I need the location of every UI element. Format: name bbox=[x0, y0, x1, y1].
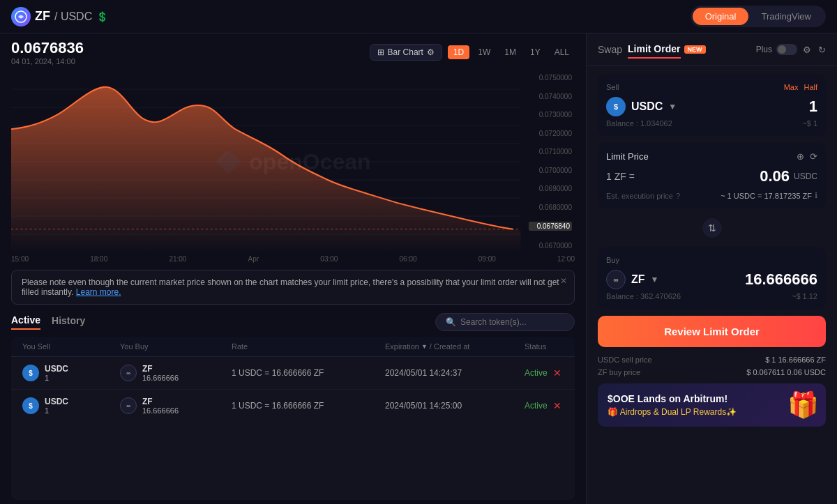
tab-tradingview[interactable]: TradingView bbox=[748, 8, 824, 25]
sell-usd-value: ~$ 1 bbox=[802, 119, 817, 128]
expiry-2: 2024/05/01 14:25:00 bbox=[385, 401, 525, 411]
status-badge-2: Active bbox=[525, 401, 548, 411]
limit-price-icon-2[interactable]: ⟳ bbox=[810, 151, 817, 162]
status-badge-1: Active bbox=[525, 368, 548, 378]
main-content: 0.0676836 04 01, 2024, 14:00 ⊞ Bar Chart… bbox=[0, 33, 837, 504]
header-icons: ⚙ ↻ bbox=[803, 45, 826, 55]
plus-toggle-switch[interactable] bbox=[776, 44, 797, 55]
swap-header: Swap Limit Order NEW Plus ⚙ ↻ bbox=[587, 33, 837, 66]
app-logo bbox=[11, 7, 31, 26]
review-limit-order-button[interactable]: Review Limit Order bbox=[598, 316, 826, 347]
limit-price-section: Limit Price ⊕ ⟳ 1 ZF = 0.06 USDC bbox=[598, 143, 826, 208]
y-label-3: 0.0730000 bbox=[529, 111, 572, 119]
time-btn-1y[interactable]: 1Y bbox=[525, 45, 546, 59]
bar-chart-settings-icon: ⚙ bbox=[427, 47, 435, 57]
sell-amount-input[interactable] bbox=[734, 98, 817, 116]
app-container: ZF / USDC 💲 Original TradingView 0.06768… bbox=[0, 0, 837, 504]
buy-label: Buy bbox=[606, 256, 619, 264]
notice-close-button[interactable]: ✕ bbox=[560, 276, 567, 286]
promo-banner[interactable]: $OOE Lands on Arbitrum! 🎁 Airdrops & Dua… bbox=[598, 383, 826, 427]
tab-original[interactable]: Original bbox=[693, 8, 749, 25]
swap-form: Sell Max Half $ USDC ▼ bbox=[587, 66, 837, 356]
chart-area: 0.0750000 0.0740000 0.0730000 0.0720000 … bbox=[11, 71, 575, 252]
bar-chart-icon: ⊞ bbox=[377, 47, 384, 57]
notice-bar: Please note even though the current mark… bbox=[11, 270, 575, 305]
chart-type-tabs: Original TradingView bbox=[691, 6, 826, 27]
buy-token-chevron: ▼ bbox=[651, 275, 659, 284]
settings-icon[interactable]: ⚙ bbox=[803, 45, 811, 55]
sell-cell-2: $ USDC 1 bbox=[22, 397, 120, 415]
search-input[interactable] bbox=[460, 317, 564, 327]
delete-btn-1[interactable]: ✕ bbox=[553, 367, 561, 379]
limit-price-unit: USDC bbox=[794, 171, 817, 181]
chart-controls: ⊞ Bar Chart ⚙ 1D 1W 1M 1Y ALL bbox=[370, 44, 575, 61]
swap-panel: Swap Limit Order NEW Plus ⚙ ↻ bbox=[586, 33, 837, 504]
pair-base: / USDC bbox=[54, 10, 92, 23]
bar-chart-label: Bar Chart bbox=[388, 47, 423, 57]
new-badge: NEW bbox=[684, 45, 706, 54]
status-cell-1: Active ✕ bbox=[525, 367, 575, 379]
buy-balance: Balance : 362.470626 bbox=[606, 292, 681, 300]
buy-label-row: Buy bbox=[606, 256, 817, 264]
expiry-label: Expiration bbox=[385, 342, 419, 351]
sell-label: Sell bbox=[606, 83, 619, 91]
usdc-icon-1: $ bbox=[22, 365, 39, 381]
x-label-1: 15:00 bbox=[11, 255, 29, 263]
time-periods: 1D 1W 1M 1Y ALL bbox=[448, 45, 575, 59]
tab-swap[interactable]: Swap bbox=[598, 41, 622, 58]
time-btn-1w[interactable]: 1W bbox=[472, 45, 496, 59]
buy-amount-1: 16.666666 bbox=[142, 374, 179, 382]
toggle-knob bbox=[778, 45, 786, 54]
zf-buy-price-value: $ 0.067611 0.06 USDC bbox=[746, 368, 826, 376]
buy-token-left[interactable]: ∞ ZF ▼ bbox=[606, 270, 658, 289]
tab-history[interactable]: History bbox=[52, 315, 85, 329]
buy-token-selector: ∞ ZF ▼ bbox=[606, 270, 817, 289]
tab-active[interactable]: Active bbox=[11, 314, 40, 330]
y-label-5: 0.0710000 bbox=[529, 148, 572, 155]
max-button[interactable]: Max bbox=[784, 83, 799, 91]
sell-token-left[interactable]: $ USDC ▼ bbox=[606, 97, 677, 116]
notice-link[interactable]: Learn more. bbox=[76, 287, 121, 297]
sell-token-name-2: USDC bbox=[45, 397, 68, 406]
sell-token-selector: $ USDC ▼ bbox=[606, 97, 817, 116]
time-btn-1m[interactable]: 1M bbox=[499, 45, 522, 59]
est-help-icon: ? bbox=[676, 192, 680, 200]
buy-balance-row: Balance : 362.470626 ~$ 1.12 bbox=[606, 292, 817, 300]
limit-price-icon-1[interactable]: ⊕ bbox=[797, 151, 804, 162]
delete-btn-2[interactable]: ✕ bbox=[553, 400, 561, 411]
tab-limit-order[interactable]: Limit Order bbox=[628, 40, 680, 59]
usdc-sell-price-label: USDC sell price bbox=[598, 356, 652, 364]
sort-icon[interactable]: ▼ bbox=[421, 343, 428, 350]
zf-icon-2: ∞ bbox=[120, 397, 137, 414]
y-axis: 0.0750000 0.0740000 0.0730000 0.0720000 … bbox=[526, 71, 575, 252]
rate-1: 1 USDC = 16.666666 ZF bbox=[232, 368, 385, 378]
dollar-icon[interactable]: 💲 bbox=[96, 11, 108, 22]
pair-name: ZF bbox=[35, 9, 50, 24]
price-value: 0.0676836 bbox=[11, 39, 84, 57]
sell-token-chevron: ▼ bbox=[668, 102, 677, 112]
sell-token-icon: $ bbox=[606, 97, 626, 116]
refresh-icon[interactable]: ↻ bbox=[818, 45, 826, 55]
time-btn-1d[interactable]: 1D bbox=[448, 45, 469, 59]
half-button[interactable]: Half bbox=[804, 83, 817, 91]
max-half-buttons: Max Half bbox=[784, 83, 817, 91]
x-label-5: 03:00 bbox=[320, 255, 338, 263]
usdc-sell-price-value: $ 1 16.666666 ZF bbox=[765, 356, 826, 364]
banner-icon: 🎁 bbox=[787, 390, 819, 420]
col-rate: Rate bbox=[232, 342, 385, 351]
y-label-2: 0.0740000 bbox=[529, 93, 572, 100]
buy-token-icon: ∞ bbox=[606, 270, 626, 289]
expiry-1: 2024/05/01 14:24:37 bbox=[385, 368, 525, 378]
y-label-7: 0.0690000 bbox=[529, 185, 572, 192]
time-btn-all[interactable]: ALL bbox=[549, 45, 575, 59]
y-label-9: 0.0670000 bbox=[529, 242, 572, 250]
bar-chart-button[interactable]: ⊞ Bar Chart ⚙ bbox=[370, 44, 442, 61]
buy-amount-input[interactable] bbox=[734, 270, 817, 289]
rate-2: 1 USDC = 16.666666 ZF bbox=[232, 401, 385, 411]
x-label-6: 06:00 bbox=[400, 255, 417, 263]
price-chart bbox=[11, 71, 575, 252]
swap-arrow-button[interactable]: ⇅ bbox=[702, 218, 722, 238]
banner-subtitle: 🎁 Airdrops & Dual LP Rewards✨ bbox=[608, 407, 816, 417]
buy-token-symbol: ZF bbox=[631, 273, 645, 286]
logo-area: ZF / USDC 💲 bbox=[11, 7, 108, 26]
